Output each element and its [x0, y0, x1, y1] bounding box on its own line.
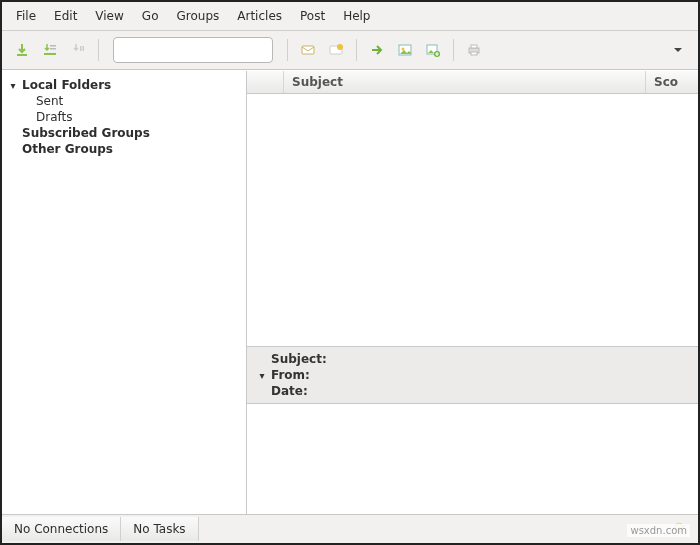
meta-date-label: Date:: [271, 384, 308, 398]
chevron-down-icon[interactable]: ▾: [8, 80, 18, 91]
meta-subject-label: Subject:: [271, 352, 327, 366]
menu-file[interactable]: File: [8, 6, 44, 26]
svg-rect-4: [80, 46, 82, 51]
image-icon[interactable]: [393, 38, 417, 62]
menu-articles[interactable]: Articles: [229, 6, 290, 26]
toolbar-separator: [287, 39, 288, 61]
meta-from-label: From:: [271, 368, 310, 382]
column-headers: Subject Sco: [247, 71, 698, 94]
print-icon[interactable]: [462, 38, 486, 62]
tree-subscribed-groups[interactable]: Subscribed Groups: [6, 125, 242, 141]
message-header-pane: Subject: ▾ From: Date:: [247, 346, 698, 404]
toolbar-separator: [98, 39, 99, 61]
tree-local-folders[interactable]: ▾ Local Folders: [6, 77, 242, 93]
status-connections[interactable]: No Connections: [2, 517, 121, 541]
toolbar-separator: [356, 39, 357, 61]
mail-flag-icon[interactable]: [324, 38, 348, 62]
statusbar: No Connections No Tasks: [2, 514, 698, 543]
tree-label: Drafts: [36, 110, 73, 124]
tree-label: Local Folders: [22, 78, 111, 92]
svg-rect-17: [471, 52, 477, 55]
column-subject[interactable]: Subject: [284, 71, 646, 93]
image-add-icon[interactable]: [421, 38, 445, 62]
svg-rect-5: [83, 46, 85, 51]
tree-other-groups[interactable]: Other Groups: [6, 141, 242, 157]
body: ▾ Local Folders Sent Drafts Subscribed G…: [2, 70, 698, 514]
chevron-down-icon[interactable]: ▾: [257, 370, 267, 381]
tree-label: Subscribed Groups: [22, 126, 150, 140]
column-score[interactable]: Sco: [646, 71, 698, 93]
svg-rect-2: [50, 48, 56, 50]
tree-sent[interactable]: Sent: [6, 93, 242, 109]
tree-label: Sent: [36, 94, 63, 108]
meta-date-row: Date:: [257, 383, 688, 399]
toolbar: [2, 31, 698, 70]
tree-drafts[interactable]: Drafts: [6, 109, 242, 125]
svg-rect-3: [44, 53, 56, 55]
menu-edit[interactable]: Edit: [46, 6, 85, 26]
status-tasks[interactable]: No Tasks: [121, 517, 198, 541]
svg-rect-1: [50, 45, 56, 47]
forward-icon[interactable]: [365, 38, 389, 62]
menu-help[interactable]: Help: [335, 6, 378, 26]
svg-rect-16: [471, 45, 477, 48]
menu-post[interactable]: Post: [292, 6, 333, 26]
folder-tree[interactable]: ▾ Local Folders Sent Drafts Subscribed G…: [2, 71, 247, 514]
menu-go[interactable]: Go: [134, 6, 167, 26]
menubar: File Edit View Go Groups Articles Post H…: [2, 2, 698, 31]
svg-point-10: [337, 44, 343, 50]
svg-rect-8: [302, 46, 314, 54]
watermark: wsxdn.com: [627, 524, 690, 537]
search-input[interactable]: [118, 42, 272, 58]
download-green-icon[interactable]: [10, 38, 34, 62]
dropdown-icon[interactable]: [666, 38, 690, 62]
meta-from-row: ▾ From:: [257, 367, 688, 383]
search-box[interactable]: [113, 37, 273, 63]
mail-mark-icon[interactable]: [296, 38, 320, 62]
column-status[interactable]: [247, 71, 284, 93]
message-body[interactable]: [247, 404, 698, 514]
message-list[interactable]: [247, 94, 698, 346]
app-window: File Edit View Go Groups Articles Post H…: [0, 0, 700, 545]
svg-rect-0: [17, 54, 27, 56]
download-list-icon[interactable]: [38, 38, 62, 62]
toolbar-separator: [453, 39, 454, 61]
tree-label: Other Groups: [22, 142, 113, 156]
menu-view[interactable]: View: [87, 6, 131, 26]
main-panel: Subject Sco Subject: ▾ From: Date:: [247, 71, 698, 514]
meta-subject-row: Subject:: [257, 351, 688, 367]
download-pause-icon[interactable]: [66, 38, 90, 62]
menu-groups[interactable]: Groups: [168, 6, 227, 26]
